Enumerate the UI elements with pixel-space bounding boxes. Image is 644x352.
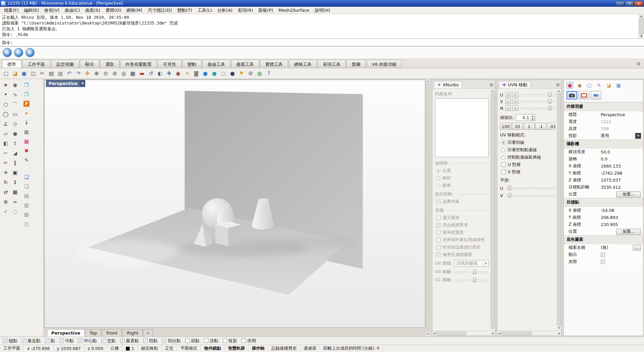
rhino-news-icon-2[interactable]: ✳	[14, 48, 23, 57]
checkbox[interactable]	[436, 245, 441, 250]
lights-button[interactable]	[591, 91, 601, 99]
set-view[interactable]: ◐	[156, 69, 164, 78]
ribbon-tab-6[interactable]: 可見性	[158, 60, 181, 68]
zoom-selected[interactable]: ◎	[119, 69, 128, 78]
menu-item-11[interactable]: 彩現(R)	[235, 7, 256, 14]
tool-polyline[interactable]: ∠	[1, 119, 10, 129]
checkbox[interactable]	[185, 339, 190, 343]
scroll-right-icon[interactable]: ▶	[558, 332, 560, 335]
tool-arrow-orange[interactable]: ➧	[22, 108, 31, 118]
render-teal[interactable]: ●	[210, 69, 219, 78]
scroll-up-icon[interactable]: ▲	[427, 80, 429, 83]
spin-down-icon[interactable]: ▼	[531, 118, 535, 121]
viewport-tab-perspective[interactable]: Perspective	[47, 329, 85, 337]
tool-hide[interactable]: ◌	[10, 207, 20, 216]
radio-button[interactable]	[436, 169, 440, 173]
layer-indicator[interactable]: 1	[122, 345, 138, 352]
menu-item-8[interactable]: 變動(T)	[175, 7, 195, 14]
checkbox[interactable]: ✓	[436, 253, 441, 257]
checkbox[interactable]: ✓	[143, 339, 148, 343]
property-value[interactable]: 透視	[601, 133, 635, 139]
tool-curve[interactable]: ∿	[10, 90, 20, 99]
tool-point[interactable]: •	[1, 90, 10, 99]
checkbox[interactable]: ✓	[22, 339, 26, 343]
status-toggle-4[interactable]: 智慧軌跡	[225, 345, 249, 352]
gear-icon[interactable]: ⚙	[556, 82, 560, 88]
zoom-extents[interactable]: ⊘	[110, 69, 119, 78]
menu-item-3[interactable]: 曲線(C)	[62, 7, 83, 14]
status-toggle-5[interactable]: 操作軸	[249, 345, 268, 352]
ribbon-tab-4[interactable]: 選取	[100, 60, 119, 68]
ribbon-tab-10[interactable]: 實體工具	[260, 60, 288, 68]
property-value[interactable]: Perspective	[601, 112, 641, 117]
tool-select[interactable]: ➤	[1, 80, 10, 90]
menu-item-5[interactable]: 實體(O)	[103, 7, 124, 14]
rotate-view[interactable]: ↺	[147, 69, 155, 78]
checkbox[interactable]	[204, 339, 208, 343]
cube-front-face[interactable]	[215, 225, 228, 247]
ribbon-tab-11[interactable]: 網格工具	[289, 60, 317, 68]
status-toggle-3[interactable]: 物件鎖點	[201, 345, 225, 352]
tool-grid[interactable]: ▦	[22, 127, 31, 137]
uvn-vertical-scrollbar[interactable]: ▲ ▼	[556, 89, 561, 330]
property-value[interactable]: 0.0	[601, 157, 641, 162]
tool-box-display[interactable]: ❑	[22, 172, 31, 182]
checkbox[interactable]: ✓	[78, 339, 83, 343]
property-value[interactable]: 230.905	[601, 222, 641, 227]
tab-pen[interactable]: ✎	[596, 82, 602, 89]
tool-trim[interactable]: ✂	[1, 158, 10, 168]
scroll-down-icon[interactable]: ▼	[640, 35, 642, 38]
tab-image[interactable]: ▦	[615, 82, 622, 89]
checkbox[interactable]: ✓	[59, 339, 64, 343]
render-blue[interactable]: ●	[201, 69, 210, 78]
ribbon-tab-7[interactable]: 變動	[182, 60, 202, 68]
slider-thumb[interactable]	[473, 278, 476, 282]
ribbon-tab-12[interactable]: 彩現工具	[318, 60, 346, 68]
status-toggle-7[interactable]: 過濾器	[300, 345, 320, 352]
scrollbar-thumb[interactable]	[639, 18, 644, 35]
rhino-news-icon-3[interactable]: ✳	[25, 48, 35, 57]
ribbon-tab-13[interactable]: 製圖	[346, 60, 366, 68]
undo[interactable]: ↶	[65, 69, 74, 78]
tool-fillet[interactable]: ⌐	[1, 148, 10, 158]
menu-item-4[interactable]: 曲面(S)	[83, 7, 103, 14]
g0-precision-slider[interactable]	[454, 269, 489, 275]
smooth-v-slider[interactable]	[506, 193, 556, 198]
browse-button[interactable]: ...	[633, 245, 641, 251]
step-button-100[interactable]: 100	[500, 123, 511, 130]
uvn-panel-tab[interactable]: ✥ UVN 移動	[499, 81, 531, 88]
increment-button[interactable]: >	[513, 99, 518, 104]
scroll-up-icon[interactable]: ▲	[640, 14, 642, 17]
viewport-tab-right[interactable]: Right	[122, 329, 143, 337]
tool-letter-f[interactable]: F	[22, 99, 31, 108]
menu-item-0[interactable]: 檔案(F)	[1, 7, 21, 14]
ribbon-tab-1[interactable]: 工作平面	[22, 60, 50, 68]
tab-folder[interactable]: ◪	[605, 82, 612, 89]
status-toggle-1[interactable]: 正交	[162, 345, 177, 352]
new-viewport-tab-button[interactable]: +	[143, 329, 153, 337]
radio-button[interactable]	[501, 141, 505, 145]
checkbox[interactable]	[436, 230, 441, 235]
units-label[interactable]: 公釐	[107, 345, 122, 352]
scrollbar-thumb[interactable]	[427, 83, 429, 332]
viewport-title-tab[interactable]: Perspective ▼	[46, 80, 85, 87]
flag[interactable]: ⚑	[237, 69, 246, 78]
increment-button[interactable]: >	[513, 92, 518, 97]
cut[interactable]: ✂	[38, 69, 47, 78]
tab-material[interactable]: ◉	[576, 82, 583, 89]
lamp[interactable]: ☀	[183, 69, 192, 78]
step-button-p01[interactable]: .01	[547, 123, 556, 130]
tool-panel-2[interactable]: ▤	[22, 191, 31, 201]
command-prompt-input[interactable]: 指令:	[0, 39, 644, 47]
property-value[interactable]: -2762.298	[601, 171, 641, 176]
place-button[interactable]: 放置...	[616, 191, 641, 197]
decrement-button[interactable]: <	[505, 105, 511, 111]
scrollbar-thumb[interactable]	[491, 93, 494, 326]
options-gear[interactable]: ⚙	[246, 69, 255, 78]
scroll-down-icon[interactable]: ▼	[427, 333, 429, 336]
uv-follow-dropdown[interactable]: 法线到曲线 ▼	[454, 260, 489, 267]
tool-ellipse[interactable]: ◯	[1, 109, 10, 119]
checkbox[interactable]: ✓	[3, 339, 7, 343]
new-file[interactable]: ▢	[2, 69, 10, 78]
property-value[interactable]: (無)	[601, 245, 633, 251]
